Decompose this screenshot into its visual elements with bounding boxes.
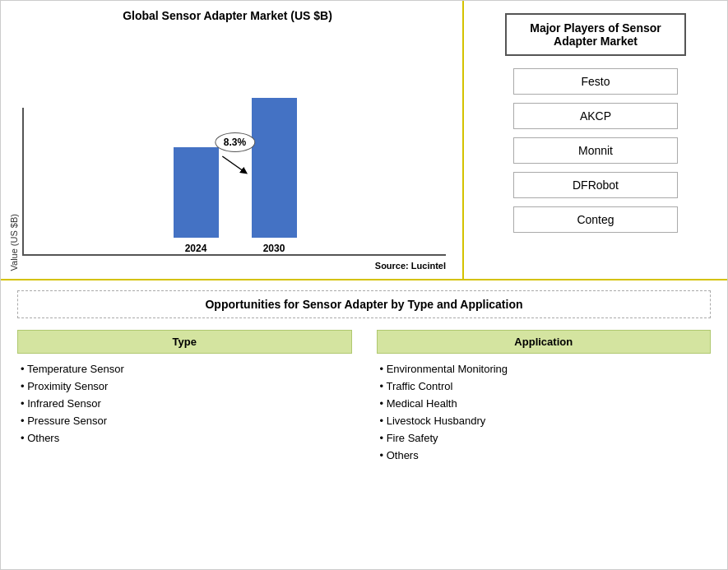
chart-inner: 8.3% <box>22 108 446 271</box>
app-item-2: Medical Health <box>380 395 708 412</box>
application-list: Environmental Monitoring Traffic Control… <box>377 360 712 464</box>
svg-line-1 <box>222 156 244 172</box>
app-item-4: Fire Safety <box>380 429 708 447</box>
player-festo: Festo <box>513 68 678 95</box>
bar-group-2024: 2024 <box>174 147 219 254</box>
bar-group-2030: 2030 <box>252 98 297 254</box>
app-item-3: Livestock Husbandry <box>380 412 708 429</box>
type-header: Type <box>17 330 352 354</box>
chart-area: Global Sensor Adapter Market (US $B) Val… <box>1 1 464 279</box>
app-item-0: Environmental Monitoring <box>380 360 708 378</box>
type-column: Type Temperature Sensor Proximity Sensor… <box>17 330 352 559</box>
annotation-arrow-svg <box>218 152 251 177</box>
type-item-3: Pressure Sensor <box>21 412 349 429</box>
app-item-5: Others <box>380 447 708 464</box>
players-area: Major Players of Sensor Adapter Market F… <box>464 1 727 279</box>
player-monnit: Monnit <box>513 137 678 164</box>
application-header: Application <box>377 330 712 354</box>
type-list: Temperature Sensor Proximity Sensor Infr… <box>17 360 352 447</box>
source-text: Source: Lucintel <box>22 261 446 271</box>
top-section: Global Sensor Adapter Market (US $B) Val… <box>1 1 727 280</box>
player-dfrobot: DFRobot <box>513 172 678 198</box>
annotation-bubble: 8.3% <box>215 132 255 152</box>
players-title: Major Players of Sensor Adapter Market <box>505 13 686 56</box>
bars-container: 8.3% <box>22 108 446 256</box>
bar-label-2024: 2024 <box>185 243 207 254</box>
annotation: 8.3% <box>215 132 255 177</box>
type-item-0: Temperature Sensor <box>21 360 349 378</box>
main-container: Global Sensor Adapter Market (US $B) Val… <box>0 0 728 570</box>
application-column: Application Environmental Monitoring Tra… <box>377 330 712 559</box>
type-item-4: Others <box>21 429 349 447</box>
opportunities-title: Opportunities for Sensor Adapter by Type… <box>17 290 711 318</box>
type-item-1: Proximity Sensor <box>21 378 349 395</box>
chart-title: Global Sensor Adapter Market (US $B) <box>123 9 332 22</box>
player-conteg: Conteg <box>513 206 678 233</box>
chart-wrapper: Value (US $B) 8.3% <box>9 29 446 271</box>
app-item-1: Traffic Control <box>380 378 708 395</box>
bar-label-2030: 2030 <box>263 243 285 254</box>
y-axis-label: Value (US $B) <box>9 214 19 271</box>
bar-2030 <box>252 98 297 238</box>
type-item-2: Infrared Sensor <box>21 395 349 412</box>
opportunities-body: Type Temperature Sensor Proximity Sensor… <box>17 330 711 559</box>
player-akcp: AKCP <box>513 103 678 129</box>
bottom-section: Opportunities for Sensor Adapter by Type… <box>1 280 727 569</box>
bar-2024 <box>174 147 219 238</box>
